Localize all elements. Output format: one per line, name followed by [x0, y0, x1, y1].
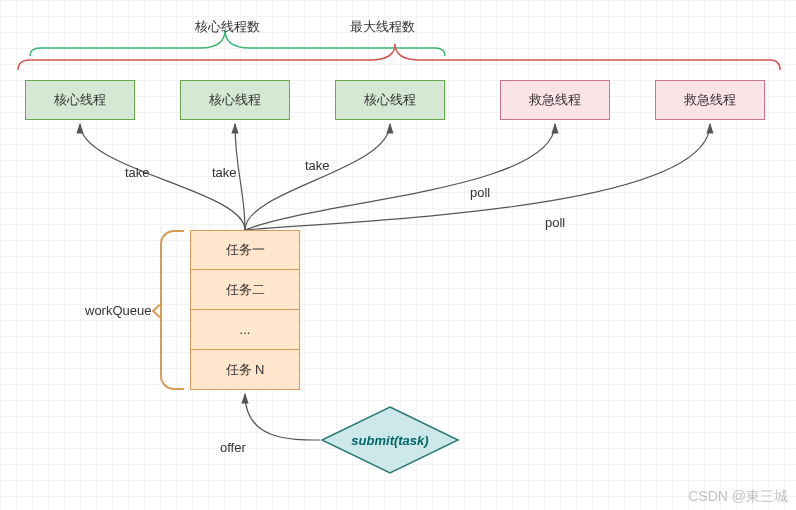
- task-cell: 任务 N: [190, 350, 300, 390]
- offer-label: offer: [220, 440, 246, 455]
- work-queue: 任务一 任务二 ... 任务 N: [190, 230, 300, 390]
- task-cell: ...: [190, 310, 300, 350]
- workqueue-label: workQueue: [85, 303, 151, 318]
- poll-label: poll: [545, 215, 565, 230]
- task-cell: 任务一: [190, 230, 300, 270]
- watermark: CSDN @東三城: [688, 488, 788, 506]
- submit-task-node: submit(task): [320, 405, 460, 475]
- submit-label: submit(task): [351, 433, 428, 448]
- task-cell: 任务二: [190, 270, 300, 310]
- poll-label: poll: [470, 185, 490, 200]
- take-label: take: [125, 165, 150, 180]
- take-label: take: [305, 158, 330, 173]
- take-label: take: [212, 165, 237, 180]
- brace-icon: [160, 230, 182, 390]
